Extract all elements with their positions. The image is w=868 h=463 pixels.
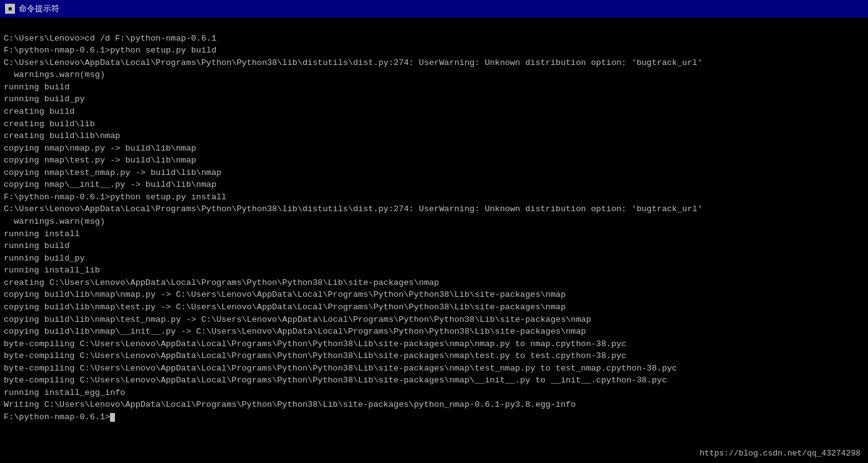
terminal-line: F:\python-nmap-0.6.1>python setup.py ins… <box>4 191 864 204</box>
terminal-line: warnings.warn(msg) <box>4 216 864 228</box>
terminal-line: warnings.warn(msg) <box>4 69 864 81</box>
terminal-line: copying build\lib\nmap\__init__.py -> C:… <box>4 326 864 338</box>
terminal-line: running install_lib <box>4 264 864 277</box>
terminal-line: running build <box>4 81 864 94</box>
terminal-line: F:\python-nmap-0.6.1>python setup.py bui… <box>4 44 864 57</box>
terminal-line: byte-compiling C:\Users\Lenovo\AppData\L… <box>4 374 864 387</box>
title-bar: ■ 命令提示符 <box>0 0 868 17</box>
terminal-line: copying build\lib\nmap\test_nmap.py -> C… <box>4 314 864 326</box>
terminal-line: C:\Users\Lenovo\AppData\Local\Programs\P… <box>4 203 864 216</box>
terminal-line: creating C:\Users\Lenovo\AppData\Local\P… <box>4 277 864 289</box>
terminal-line: C:\Users\Lenovo>cd /d F:\python-nmap-0.6… <box>4 32 864 45</box>
terminal-line: copying nmap\test_nmap.py -> build\lib\n… <box>4 167 864 179</box>
terminal-line: running install_egg_info <box>4 387 864 399</box>
terminal-line: Writing C:\Users\Lenovo\AppData\Local\Pr… <box>4 399 864 411</box>
terminal-line: copying build\lib\nmap\nmap.py -> C:\Use… <box>4 289 864 301</box>
terminal-line: creating build\lib <box>4 118 864 131</box>
terminal-line: F:\python-nmap-0.6.1> <box>4 411 864 424</box>
cmd-icon: ■ <box>5 4 15 14</box>
terminal-line: copying nmap\__init__.py -> build\lib\nm… <box>4 179 864 191</box>
title-text: 命令提示符 <box>19 3 59 14</box>
terminal-cursor <box>110 413 115 422</box>
terminal-line: copying nmap\nmap.py -> build\lib\nmap <box>4 142 864 155</box>
terminal-line: running install <box>4 228 864 241</box>
terminal-line: running build_py <box>4 252 864 265</box>
terminal-line: byte-compiling C:\Users\Lenovo\AppData\L… <box>4 338 864 351</box>
terminal-line: running build <box>4 240 864 252</box>
terminal-line: byte-compiling C:\Users\Lenovo\AppData\L… <box>4 362 864 375</box>
terminal-line: C:\Users\Lenovo\AppData\Local\Programs\P… <box>4 57 864 69</box>
terminal-line: copying build\lib\nmap\test.py -> C:\Use… <box>4 301 864 314</box>
terminal-line: byte-compiling C:\Users\Lenovo\AppData\L… <box>4 350 864 362</box>
terminal-line: copying nmap\test.py -> build\lib\nmap <box>4 154 864 167</box>
terminal-line: creating build\lib\nmap <box>4 130 864 142</box>
watermark: https://blog.csdn.net/qq_43274298 <box>700 449 861 458</box>
terminal-body: C:\Users\Lenovo>cd /d F:\python-nmap-0.6… <box>0 17 868 463</box>
terminal-line: creating build <box>4 106 864 118</box>
terminal-line: running build_py <box>4 93 864 106</box>
